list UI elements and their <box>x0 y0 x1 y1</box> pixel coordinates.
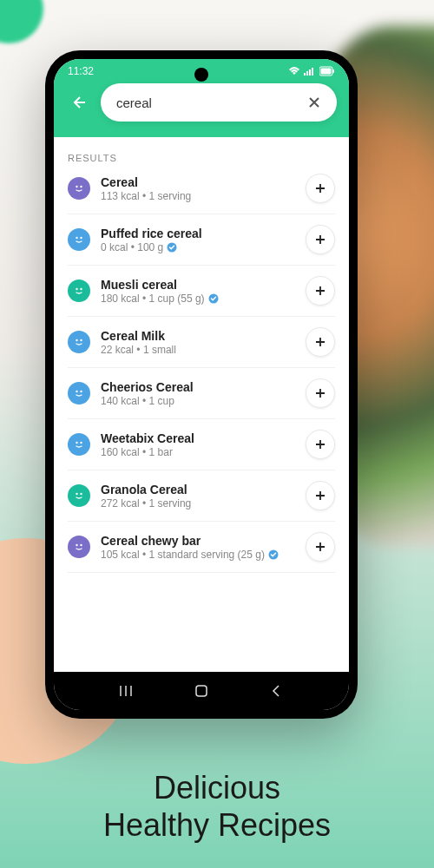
list-item[interactable]: Cheerios Cereal140 kcal • 1 cup <box>68 368 335 419</box>
wifi-icon <box>288 66 300 76</box>
add-button[interactable] <box>306 430 335 459</box>
list-item[interactable]: Cereal Milk22 kcal • 1 small <box>68 317 335 368</box>
item-text: Cereal chewy bar105 kcal • 1 standard se… <box>101 534 295 561</box>
item-subtitle: 0 kcal • 100 g <box>101 241 295 253</box>
search-row: cereal <box>54 83 349 122</box>
item-text: Granola Cereal272 kcal • 1 serving <box>101 483 295 510</box>
add-button[interactable] <box>306 378 335 408</box>
home-icon <box>194 683 209 699</box>
plus-icon <box>314 182 326 194</box>
add-button[interactable] <box>306 481 335 510</box>
list-item[interactable]: Cereal113 kcal • 1 serving <box>68 167 335 214</box>
item-name: Cereal <box>101 175 295 189</box>
status-icons <box>288 66 335 76</box>
android-nav-bar <box>54 672 349 710</box>
nav-recents-button[interactable] <box>118 683 134 699</box>
plus-icon <box>314 438 326 450</box>
item-name: Granola Cereal <box>101 483 295 496</box>
list-item[interactable]: Granola Cereal272 kcal • 1 serving <box>68 470 335 522</box>
food-face-icon <box>68 177 90 200</box>
item-subtitle: 22 kcal • 1 small <box>101 344 295 356</box>
item-subtitle: 272 kcal • 1 serving <box>101 497 295 510</box>
svg-point-16 <box>80 339 82 341</box>
battery-icon <box>319 66 335 76</box>
nav-back-button[interactable] <box>269 683 285 699</box>
add-button[interactable] <box>306 174 335 203</box>
arrow-left-icon <box>69 94 87 111</box>
item-subtitle: 140 kcal • 1 cup <box>101 395 295 407</box>
food-face-icon <box>68 228 90 251</box>
plus-icon <box>314 541 326 553</box>
add-button[interactable] <box>306 327 335 357</box>
back-button[interactable] <box>66 90 90 115</box>
chevron-left-icon <box>269 683 285 699</box>
clear-search-button[interactable] <box>302 90 326 115</box>
item-text: Cereal Milk22 kcal • 1 small <box>101 329 295 356</box>
plus-icon <box>314 336 326 348</box>
add-button[interactable] <box>306 225 335 254</box>
svg-point-23 <box>76 544 77 546</box>
plus-icon <box>314 490 326 502</box>
svg-point-19 <box>76 442 77 444</box>
add-button[interactable] <box>306 276 335 306</box>
recents-icon <box>118 683 134 699</box>
food-face-icon <box>68 331 90 353</box>
svg-rect-1 <box>306 71 308 76</box>
item-subtitle: 105 kcal • 1 standard serving (25 g) <box>101 549 295 561</box>
signal-icon <box>304 66 316 76</box>
item-name: Cereal Milk <box>101 329 295 343</box>
food-face-icon <box>68 484 90 507</box>
list-item[interactable]: Puffed rice cereal0 kcal • 100 g <box>68 214 335 266</box>
close-icon <box>307 95 321 109</box>
svg-point-20 <box>80 442 82 444</box>
item-text: Puffed rice cereal0 kcal • 100 g <box>101 227 295 253</box>
item-name: Cereal chewy bar <box>101 534 295 548</box>
item-text: Muesli cereal180 kcal • 1 cup (55 g) <box>101 278 295 305</box>
item-name: Weetabix Cereal <box>101 431 295 445</box>
svg-point-12 <box>76 288 77 290</box>
svg-point-24 <box>80 544 82 546</box>
list-item[interactable]: Weetabix Cereal160 kcal • 1 bar <box>68 419 335 470</box>
item-text: Weetabix Cereal160 kcal • 1 bar <box>101 431 295 458</box>
svg-point-9 <box>76 237 77 239</box>
svg-rect-2 <box>309 69 311 76</box>
results-list: Cereal113 kcal • 1 servingPuffed rice ce… <box>68 167 335 573</box>
svg-rect-6 <box>332 69 334 73</box>
plus-icon <box>314 233 326 246</box>
camera-notch <box>194 68 208 82</box>
food-face-icon <box>68 279 90 302</box>
list-item[interactable]: Cereal chewy bar105 kcal • 1 standard se… <box>68 522 335 573</box>
nav-home-button[interactable] <box>194 683 209 699</box>
phone-frame: 11:32 cereal RESUL <box>45 50 358 719</box>
tagline: Delicious Healthy Recipes <box>0 769 434 844</box>
svg-point-7 <box>76 186 77 187</box>
tagline-line-1: Delicious <box>0 769 434 806</box>
item-name: Muesli cereal <box>101 278 295 292</box>
list-item[interactable]: Muesli cereal180 kcal • 1 cup (55 g) <box>68 266 335 317</box>
svg-point-22 <box>80 493 82 495</box>
svg-point-8 <box>80 186 82 187</box>
food-face-icon <box>68 536 90 558</box>
svg-point-21 <box>76 493 77 495</box>
svg-point-18 <box>80 391 82 392</box>
svg-point-10 <box>80 237 82 239</box>
status-time: 11:32 <box>68 65 94 77</box>
food-face-icon <box>68 382 90 404</box>
results-section: RESULTS Cereal113 kcal • 1 servingPuffed… <box>54 137 349 573</box>
item-subtitle: 180 kcal • 1 cup (55 g) <box>101 293 295 305</box>
search-query: cereal <box>116 95 302 110</box>
verified-icon <box>167 242 177 253</box>
svg-rect-5 <box>321 69 332 75</box>
svg-rect-0 <box>304 73 306 76</box>
add-button[interactable] <box>306 532 335 562</box>
verified-icon <box>208 293 219 304</box>
search-input[interactable]: cereal <box>101 83 337 122</box>
svg-point-15 <box>76 339 77 341</box>
item-subtitle: 113 kcal • 1 serving <box>101 190 295 202</box>
item-name: Puffed rice cereal <box>101 227 295 240</box>
plus-icon <box>314 285 326 297</box>
svg-rect-3 <box>312 68 313 76</box>
svg-point-17 <box>76 391 77 392</box>
phone-screen: 11:32 cereal RESUL <box>54 59 349 710</box>
item-name: Cheerios Cereal <box>101 380 295 394</box>
